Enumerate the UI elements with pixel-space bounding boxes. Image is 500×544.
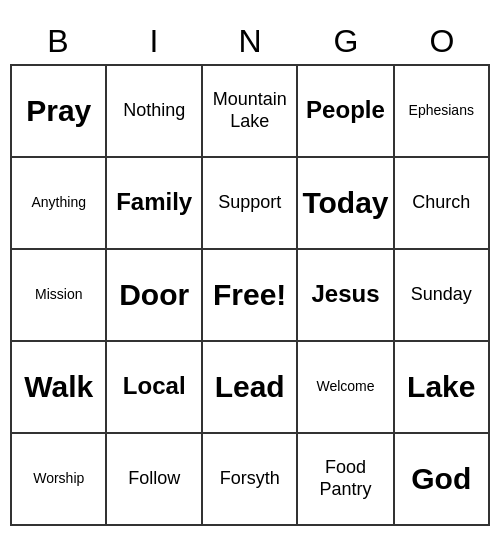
cell-text: People [306, 96, 385, 125]
header-letter: O [394, 19, 490, 64]
bingo-cell-r4-c4[interactable]: God [395, 434, 490, 526]
bingo-cell-r3-c4[interactable]: Lake [395, 342, 490, 434]
cell-text: Mission [35, 286, 82, 303]
bingo-cell-r3-c1[interactable]: Local [107, 342, 202, 434]
cell-text: Door [119, 277, 189, 313]
header-letter: I [106, 19, 202, 64]
cell-text: Worship [33, 470, 84, 487]
bingo-cell-r1-c2[interactable]: Support [203, 158, 298, 250]
cell-text: Today [302, 185, 388, 221]
cell-text: MountainLake [213, 89, 287, 132]
bingo-cell-r2-c0[interactable]: Mission [12, 250, 107, 342]
bingo-cell-r3-c3[interactable]: Welcome [298, 342, 394, 434]
cell-text: Walk [24, 369, 93, 405]
cell-text: Support [218, 192, 281, 214]
cell-text: Anything [31, 194, 85, 211]
cell-text: Welcome [316, 378, 374, 395]
bingo-cell-r3-c0[interactable]: Walk [12, 342, 107, 434]
bingo-cell-r0-c2[interactable]: MountainLake [203, 66, 298, 158]
cell-text: Pray [26, 93, 91, 129]
cell-text: God [411, 461, 471, 497]
bingo-card: BINGO PrayNothingMountainLakePeopleEphes… [10, 19, 490, 526]
bingo-cell-r1-c1[interactable]: Family [107, 158, 202, 250]
header-letter: B [10, 19, 106, 64]
header-letter: G [298, 19, 394, 64]
bingo-grid: PrayNothingMountainLakePeopleEphesiansAn… [10, 64, 490, 526]
cell-text: Lake [407, 369, 475, 405]
bingo-cell-r0-c1[interactable]: Nothing [107, 66, 202, 158]
cell-text: FoodPantry [319, 457, 371, 500]
bingo-cell-r0-c0[interactable]: Pray [12, 66, 107, 158]
bingo-cell-r0-c4[interactable]: Ephesians [395, 66, 490, 158]
cell-text: Ephesians [409, 102, 474, 119]
cell-text: Forsyth [220, 468, 280, 490]
cell-text: Church [412, 192, 470, 214]
bingo-cell-r4-c1[interactable]: Follow [107, 434, 202, 526]
bingo-cell-r2-c3[interactable]: Jesus [298, 250, 394, 342]
bingo-cell-r3-c2[interactable]: Lead [203, 342, 298, 434]
cell-text: Lead [215, 369, 285, 405]
bingo-cell-r2-c1[interactable]: Door [107, 250, 202, 342]
cell-text: Jesus [311, 280, 379, 309]
bingo-cell-r0-c3[interactable]: People [298, 66, 394, 158]
cell-text: Nothing [123, 100, 185, 122]
bingo-cell-r1-c3[interactable]: Today [298, 158, 394, 250]
bingo-cell-r4-c0[interactable]: Worship [12, 434, 107, 526]
header-letter: N [202, 19, 298, 64]
cell-text: Sunday [411, 284, 472, 306]
cell-text: Follow [128, 468, 180, 490]
bingo-cell-r2-c2[interactable]: Free! [203, 250, 298, 342]
bingo-header: BINGO [10, 19, 490, 64]
bingo-cell-r1-c4[interactable]: Church [395, 158, 490, 250]
bingo-cell-r1-c0[interactable]: Anything [12, 158, 107, 250]
cell-text: Free! [213, 277, 286, 313]
cell-text: Local [123, 372, 186, 401]
bingo-cell-r4-c3[interactable]: FoodPantry [298, 434, 394, 526]
bingo-cell-r2-c4[interactable]: Sunday [395, 250, 490, 342]
cell-text: Family [116, 188, 192, 217]
bingo-cell-r4-c2[interactable]: Forsyth [203, 434, 298, 526]
